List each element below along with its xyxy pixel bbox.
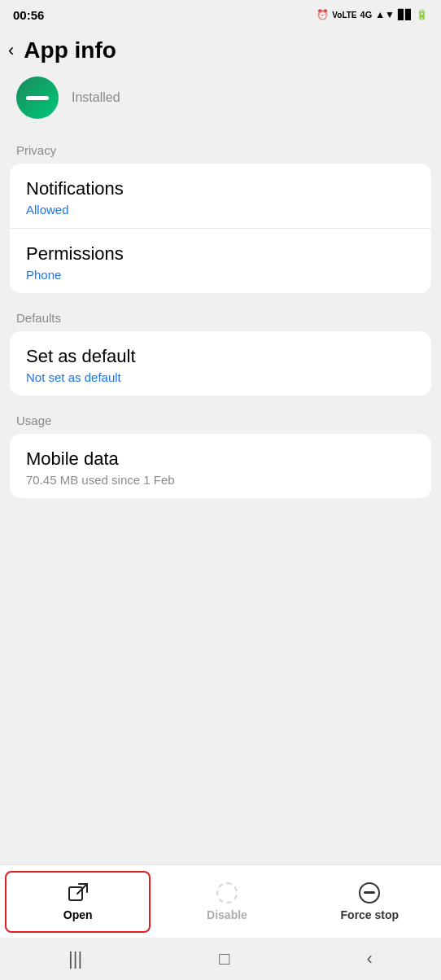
app-icon-area: Installed — [0, 77, 441, 132]
section-label-privacy: Privacy — [0, 132, 441, 164]
bottom-action-bar: Open Disable Force stop — [0, 864, 441, 938]
nav-bar: ||| □ ‹ — [0, 938, 441, 980]
app-icon — [16, 77, 59, 119]
set-as-default-item[interactable]: Set as default Not set as default — [10, 331, 431, 396]
recents-button[interactable]: ||| — [68, 948, 82, 969]
battery-icon: 🔋 — [416, 9, 428, 20]
set-as-default-subtitle: Not set as default — [26, 370, 415, 384]
open-label: Open — [63, 908, 93, 921]
disable-icon — [216, 882, 238, 903]
open-icon — [68, 882, 89, 903]
defaults-card: Set as default Not set as default — [10, 331, 431, 396]
signal-bars-icon: ▊▊ — [398, 9, 413, 20]
privacy-card: Notifications Allowed Permissions Phone — [10, 164, 431, 293]
app-info-header: ‹ App info — [0, 29, 441, 77]
notifications-item[interactable]: Notifications Allowed — [10, 164, 431, 228]
back-button[interactable]: ‹ — [8, 40, 14, 61]
signal-icon: ▲▼ — [375, 9, 395, 20]
status-icons: ⏰ VoLTE 4G ▲▼ ▊▊ 🔋 — [317, 9, 428, 20]
permissions-item[interactable]: Permissions Phone — [10, 228, 431, 293]
usage-card: Mobile data 70.45 MB used since 1 Feb — [10, 434, 431, 498]
status-bar: 00:56 ⏰ VoLTE 4G ▲▼ ▊▊ 🔋 — [0, 0, 441, 29]
back-nav-button[interactable]: ‹ — [367, 948, 373, 969]
disable-button: Disable — [155, 873, 298, 931]
force-stop-label: Force stop — [341, 908, 400, 921]
permissions-title: Permissions — [26, 243, 415, 265]
page-title: App info — [24, 37, 116, 63]
volte-icon: VoLTE — [332, 11, 356, 20]
force-stop-button[interactable]: Force stop — [299, 873, 441, 931]
set-as-default-title: Set as default — [26, 346, 415, 367]
app-icon-inner — [26, 96, 49, 100]
permissions-subtitle: Phone — [26, 268, 415, 282]
disable-label: Disable — [207, 908, 247, 921]
open-button[interactable]: Open — [5, 871, 151, 933]
app-status: Installed — [72, 90, 120, 105]
mobile-data-subtitle: 70.45 MB used since 1 Feb — [26, 473, 415, 487]
mobile-data-title: Mobile data — [26, 448, 415, 470]
notifications-subtitle: Allowed — [26, 203, 415, 217]
svg-rect-0 — [69, 887, 82, 900]
network-4g-icon: 4G — [360, 10, 373, 20]
alarm-icon: ⏰ — [317, 9, 329, 20]
section-label-usage: Usage — [0, 402, 441, 434]
status-time: 00:56 — [13, 8, 44, 22]
force-stop-icon — [359, 882, 380, 903]
section-label-defaults: Defaults — [0, 300, 441, 331]
mobile-data-item[interactable]: Mobile data 70.45 MB used since 1 Feb — [10, 434, 431, 498]
home-button[interactable]: □ — [219, 948, 229, 969]
notifications-title: Notifications — [26, 178, 415, 199]
